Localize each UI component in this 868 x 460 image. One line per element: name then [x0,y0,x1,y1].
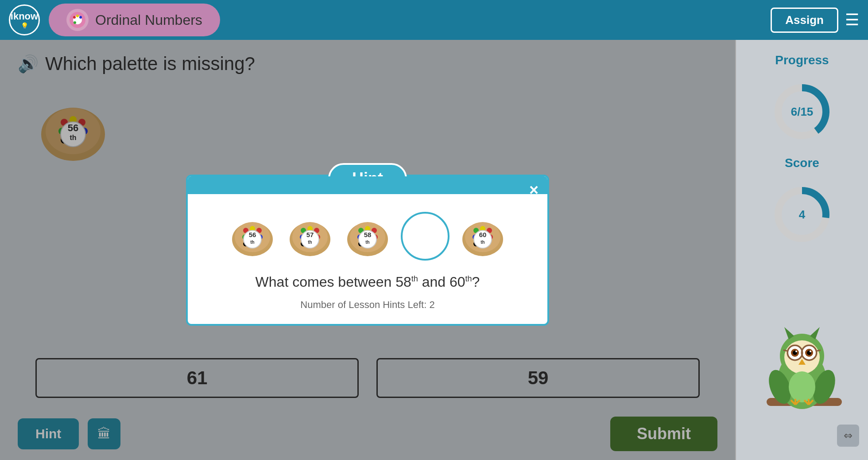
hamburger-icon: ☰ [845,11,859,29]
hint-modal-header: × [188,176,547,194]
svg-point-78 [810,351,811,352]
hint-question-text: What comes between 58th and 60th? [256,274,480,290]
svg-text:57: 57 [306,231,314,238]
hint-close-button[interactable]: × [529,181,539,199]
owl-mascot [762,323,842,411]
svg-point-87 [789,371,815,402]
score-label: Score [785,156,819,170]
svg-point-5 [74,21,76,24]
svg-text:th: th [250,240,254,245]
svg-text:58: 58 [364,231,372,238]
hint-modal-body: 56 th [188,194,547,324]
menu-button[interactable]: ☰ [845,11,859,29]
svg-point-4 [79,16,82,19]
hint-palettes: 56 th [228,212,507,261]
svg-line-83 [817,350,821,351]
sidebar: Progress 6/15 Score 4 [735,40,868,460]
hint-palette-missing [401,212,450,261]
owl-container [758,323,846,411]
svg-text:th: th [308,240,312,245]
main: 🔊 Which palette is missing? 56 th [0,40,868,460]
hint-palette-58th: 58 th [343,212,392,261]
score-donut: 4 [771,183,833,246]
svg-line-82 [783,350,787,351]
progress-value: 6/15 [791,105,814,119]
svg-point-2 [73,16,76,19]
lesson-icon [66,9,89,31]
expand-arrow-icon: ⇔ [844,429,852,442]
hint-palette-57th: 57 th [286,212,334,261]
progress-label: Progress [775,53,829,67]
svg-point-77 [795,351,797,352]
svg-point-3 [76,15,79,17]
svg-text:56: 56 [249,231,256,238]
lesson-tab: Ordinal Numbers [49,4,220,36]
svg-text:60: 60 [479,231,487,238]
score-value: 4 [799,208,805,222]
header-right: Assign ☰ [771,8,859,33]
assign-button[interactable]: Assign [771,8,838,33]
logo-icon: iknow 💡 [9,4,40,35]
hint-hints-left: Number of Lesson Hints Left: 2 [300,299,434,311]
progress-donut: 6/15 [771,81,833,143]
hint-palette-56th: 56 th [228,212,277,261]
svg-text:th: th [480,240,484,245]
hint-palette-60th: 60 th [458,212,507,261]
question-area: 🔊 Which palette is missing? 56 th [0,40,735,460]
lesson-title: Ordinal Numbers [95,12,202,28]
hint-overlay: Hint × [0,40,735,460]
logo-area: iknow 💡 [9,4,40,35]
header: iknow 💡 Ordinal Numbers Assign ☰ [0,0,868,40]
expand-icon[interactable]: ⇔ [837,425,859,447]
hint-modal: Hint × [186,175,549,326]
svg-text:th: th [365,240,369,245]
